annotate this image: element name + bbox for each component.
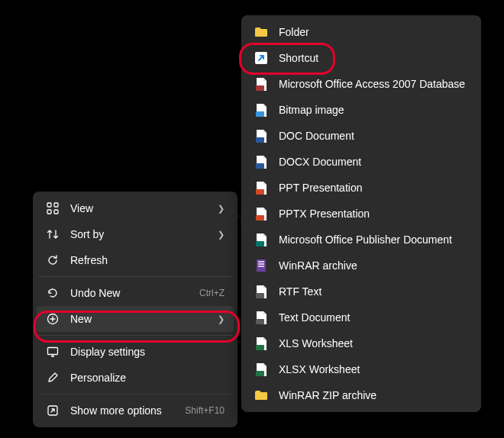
submenu-item-label: RTF Text — [279, 285, 468, 298]
menu-item-refresh[interactable]: Refresh — [37, 247, 234, 273]
menu-item-label: Show more options — [70, 404, 185, 417]
menu-item-view[interactable]: View ❯ — [37, 195, 234, 221]
menu-separator — [38, 394, 232, 395]
submenu-item[interactable]: DOCX Document — [245, 149, 477, 175]
menu-separator — [38, 335, 232, 336]
svg-rect-11 — [256, 163, 264, 169]
folder-icon — [254, 25, 268, 39]
expand-icon — [46, 404, 60, 417]
ppt-icon — [254, 181, 268, 195]
menu-item-label: Undo New — [70, 287, 199, 299]
submenu-item[interactable]: Shortcut — [245, 45, 477, 71]
personalize-icon — [46, 371, 60, 385]
submenu-item-label: WinRAR ZIP archive — [279, 389, 468, 401]
svg-rect-1 — [54, 203, 58, 207]
submenu-item[interactable]: Microsoft Office Access 2007 Database — [245, 71, 477, 97]
submenu-item-label: PPT Presentation — [279, 182, 468, 194]
xls-icon — [254, 337, 268, 350]
submenu-item[interactable]: Bitmap image — [245, 97, 477, 123]
menu-item-sort-by[interactable]: Sort by ❯ — [37, 221, 234, 247]
submenu-item[interactable]: RTF Text — [245, 279, 477, 304]
menu-item-shortcut: Ctrl+Z — [199, 288, 225, 298]
svg-rect-17 — [258, 263, 264, 265]
submenu-item-label: XLSX Worksheet — [279, 363, 468, 375]
svg-rect-5 — [48, 348, 58, 355]
submenu-item-label: Text Document — [279, 311, 468, 324]
txt-icon — [254, 311, 268, 324]
publisher-icon — [254, 233, 268, 246]
submenu-item-label: PPTX Presentation — [279, 208, 468, 220]
chevron-right-icon: ❯ — [218, 230, 225, 240]
submenu-item[interactable]: PPT Presentation — [245, 175, 477, 201]
submenu-item-label: Bitmap image — [279, 104, 468, 116]
submenu-item-label: XLS Worksheet — [279, 337, 468, 349]
svg-rect-13 — [256, 215, 264, 221]
rtf-icon — [254, 285, 268, 298]
svg-rect-2 — [47, 210, 51, 214]
submenu-item-label: Shortcut — [279, 52, 468, 64]
submenu-item-label: DOC Document — [279, 130, 468, 142]
bitmap-icon — [254, 103, 268, 117]
submenu-item[interactable]: XLS Worksheet — [245, 330, 477, 356]
svg-rect-3 — [54, 210, 58, 214]
sort-icon — [46, 227, 60, 241]
access-icon — [254, 77, 268, 91]
svg-rect-22 — [256, 371, 264, 376]
svg-rect-9 — [256, 111, 264, 117]
svg-rect-19 — [256, 293, 264, 298]
display-icon — [46, 345, 60, 359]
desktop-context-menu: View ❯ Sort by ❯ Refresh Undo New Ctrl+Z… — [33, 192, 237, 427]
docx-icon — [254, 155, 268, 169]
zip-icon — [254, 388, 268, 402]
submenu-item[interactable]: DOC Document — [245, 123, 477, 149]
rar-icon — [254, 259, 268, 272]
menu-item-new[interactable]: New ❯ — [37, 306, 234, 332]
menu-item-display-settings[interactable]: Display settings — [37, 339, 234, 365]
menu-item-shortcut: Shift+F10 — [185, 405, 225, 416]
submenu-item[interactable]: Microsoft Office Publisher Document — [245, 227, 477, 253]
submenu-item-label: Microsoft Office Publisher Document — [279, 233, 468, 246]
submenu-item-label: DOCX Document — [279, 156, 468, 168]
pptx-icon — [254, 207, 268, 221]
shortcut-icon — [254, 51, 268, 65]
svg-rect-0 — [47, 203, 51, 207]
new-submenu: Folder Shortcut Microsoft Office Access … — [241, 15, 481, 412]
chevron-right-icon: ❯ — [218, 314, 225, 324]
submenu-item[interactable]: Text Document — [245, 304, 477, 330]
grid-icon — [46, 201, 60, 215]
submenu-item-label: WinRAR archive — [279, 259, 468, 272]
svg-rect-10 — [256, 137, 264, 143]
menu-item-label: Sort by — [70, 228, 213, 240]
menu-item-label: Personalize — [70, 372, 225, 384]
svg-rect-12 — [256, 189, 264, 195]
submenu-item[interactable]: XLSX Worksheet — [245, 356, 477, 382]
new-icon — [46, 312, 60, 326]
svg-rect-8 — [256, 85, 264, 91]
refresh-icon — [46, 253, 60, 267]
doc-icon — [254, 129, 268, 143]
menu-item-label: Refresh — [70, 254, 225, 266]
undo-icon — [46, 286, 60, 300]
svg-rect-18 — [258, 266, 264, 267]
svg-rect-21 — [256, 345, 264, 350]
chevron-right-icon: ❯ — [218, 204, 225, 214]
submenu-item[interactable]: WinRAR archive — [245, 253, 477, 279]
submenu-item[interactable]: Folder — [245, 19, 477, 45]
menu-item-personalize[interactable]: Personalize — [37, 365, 234, 391]
svg-rect-14 — [256, 241, 264, 246]
menu-item-show-more-options[interactable]: Show more options Shift+F10 — [37, 398, 234, 424]
menu-item-undo[interactable]: Undo New Ctrl+Z — [37, 280, 234, 306]
xlsx-icon — [254, 362, 268, 376]
svg-rect-16 — [258, 261, 264, 262]
submenu-item-label: Folder — [279, 26, 468, 38]
svg-rect-20 — [256, 319, 264, 324]
menu-item-label: Display settings — [70, 346, 225, 358]
submenu-item[interactable]: WinRAR ZIP archive — [245, 382, 477, 408]
submenu-item[interactable]: PPTX Presentation — [245, 201, 477, 227]
menu-separator — [38, 276, 232, 277]
menu-item-label: View — [70, 202, 213, 214]
menu-item-label: New — [70, 313, 213, 325]
submenu-item-label: Microsoft Office Access 2007 Database — [279, 78, 468, 90]
